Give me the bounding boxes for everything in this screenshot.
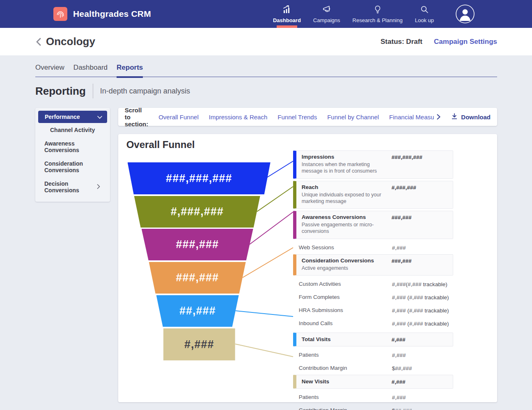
chevron-right-icon: [97, 184, 100, 190]
metric-row-custom-activities: Custom Activities#,###(#,### trackable): [293, 278, 453, 291]
app-title: Healthgrades CRM: [73, 9, 151, 19]
metric-card-impressions: ImpressionsInstances when the marketing …: [293, 150, 453, 179]
connector-line-awareness-conversions: [250, 212, 293, 244]
sidebar-item-consideration-conversions[interactable]: Consideration Conversions: [38, 157, 107, 177]
funnel-segment-impressions: ###,###,###: [128, 162, 271, 194]
scroll-to-section-bar: Scroll to section: Overall Funnel Impres…: [118, 108, 497, 126]
campaign-settings-link[interactable]: Campaign Settings: [434, 38, 497, 46]
nav-label: Campaigns: [313, 17, 340, 23]
download-button[interactable]: Download: [451, 113, 491, 121]
scroll-link-impressions-reach[interactable]: Impressions & Reach: [209, 114, 268, 121]
scroll-link-funnel-by-channel[interactable]: Funnel by Channel: [327, 114, 379, 121]
active-nav-indicator: [277, 25, 297, 28]
funnel-title: Overall Funnel: [126, 139, 195, 150]
metric-label: Patients: [299, 394, 392, 401]
metric-row-form-completes: Form Completes#,### (#,### trackable): [293, 291, 453, 304]
nav-item-dashboard[interactable]: Dashboard: [273, 0, 301, 28]
download-label: Download: [461, 114, 491, 121]
metric-value: #,###: [392, 394, 453, 401]
metric-card-text: ImpressionsInstances when the marketing …: [302, 154, 392, 175]
megaphone-icon: [321, 5, 332, 16]
funnel-segment-reach: #,###,###: [134, 196, 260, 228]
performance-dropdown[interactable]: Performance: [38, 111, 107, 123]
scroll-link-financial-measures[interactable]: Financial Measu: [389, 114, 434, 121]
metric-row-patients: Patients#,###: [293, 348, 453, 362]
sidebar-item-awareness-conversions[interactable]: Awareness Conversions: [38, 137, 107, 157]
metric-card-total-visits: Total Visits#,###: [293, 333, 453, 346]
tab-bar: Overview Dashboard Reports: [35, 59, 497, 77]
metric-label: Web Sessions: [299, 244, 392, 251]
metric-row-inbound-calls: Inbound Calls#,### (#,### trackable): [293, 317, 453, 330]
user-avatar[interactable]: [455, 4, 475, 24]
metric-value: ###,###: [392, 214, 449, 235]
metric-card-reach: ReachUnique individuals exposed to your …: [293, 181, 453, 209]
nav-item-look-up[interactable]: Look up: [415, 0, 434, 28]
metric-value: #,### (#,### trackable): [392, 294, 453, 301]
metric-value: #,###: [392, 336, 449, 343]
metric-card-text: Consideration ConversionsActive engageme…: [302, 257, 392, 271]
metric-row-contribution-margin: Contribution Margin$##,###: [293, 362, 453, 375]
sidebar-item-label: Consideration Conversions: [44, 160, 100, 173]
metric-description: Active engagements: [302, 265, 391, 271]
search-icon: [420, 5, 429, 16]
metric-label: Form Completes: [299, 294, 392, 301]
metric-card-new-visits: New Visits#,###: [293, 375, 453, 389]
metric-description: Unique individuals exposed to your marke…: [302, 191, 391, 205]
funnel-segment-awareness-conversions: ###,###: [142, 229, 253, 260]
tab-dashboard[interactable]: Dashboard: [73, 59, 108, 77]
sidebar-item-channel-activity[interactable]: Channel Activity: [38, 123, 107, 137]
tab-overview[interactable]: Overview: [35, 59, 64, 77]
metric-description: Instances when the marketing message is …: [302, 161, 391, 175]
metric-title: Impressions: [302, 154, 392, 160]
metric-label: Custom Activities: [299, 281, 392, 287]
nav-item-campaigns[interactable]: Campaigns: [313, 0, 340, 28]
metric-value: ###,###: [392, 257, 449, 271]
metric-title: Awareness Conversions: [302, 214, 392, 220]
metric-row-web-sessions: Web Sessions#,###: [293, 241, 453, 254]
metric-value: #,### (#,### trackable): [392, 320, 453, 327]
metric-value: #,###(#,### trackable): [392, 281, 453, 287]
report-main: Scroll to section: Overall Funnel Impres…: [118, 108, 497, 402]
page-body: Overview Dashboard Reports Reporting In-…: [0, 55, 532, 402]
back-chevron-icon[interactable]: [34, 36, 44, 47]
metric-description: Passive engagements or micro-conversions: [302, 221, 391, 235]
connector-line-new-visits: [235, 344, 293, 357]
scroll-to-section-label: Scroll to section:: [125, 107, 149, 128]
scroll-link-funnel-trends[interactable]: Funnel Trends: [277, 114, 317, 121]
nav-item-research-planning[interactable]: Research & Planning: [353, 0, 403, 28]
metric-label: HRA Submissions: [299, 307, 392, 314]
metric-label: Contribution Margin: [299, 407, 392, 410]
top-nav: Healthgrades CRM Dashboard: [0, 0, 532, 28]
metric-value: $##,###: [392, 365, 453, 371]
lightbulb-icon: [373, 5, 382, 16]
fingerprint-logo-icon: [53, 7, 67, 21]
metric-title: Reach: [302, 184, 392, 190]
chevron-right-icon[interactable]: [437, 114, 440, 120]
sidebar-item-label: Decision Conversions: [44, 180, 97, 194]
metric-row-hra-submissions: HRA Submissions#,### (#,### trackable): [293, 304, 453, 317]
scroll-link-overall-funnel[interactable]: Overall Funnel: [158, 114, 199, 121]
overall-funnel-card: Overall Funnel ###,###,####,###,######,#…: [118, 134, 497, 402]
brand: Healthgrades CRM: [53, 7, 151, 21]
sidebar-item-label: Channel Activity: [50, 127, 95, 133]
connector-line-total-visits: [236, 311, 293, 317]
funnel-metrics-list: ImpressionsInstances when the marketing …: [293, 150, 453, 410]
page-title: Oncology: [46, 35, 95, 48]
metric-value: #,### (#,### trackable): [392, 307, 453, 314]
campaign-header: Oncology Status: Draft Campaign Settings: [0, 28, 532, 55]
funnel-segment-new-visits: #,###: [163, 328, 235, 360]
funnel-segment-total-visits: ##,###: [156, 295, 239, 327]
nav-label: Look up: [415, 17, 434, 23]
metric-card-consideration-conversions: Consideration ConversionsActive engageme…: [293, 254, 453, 276]
report-nav-panel: Performance Channel Activity Awareness C…: [35, 108, 110, 202]
metric-value: #,###,###: [392, 184, 449, 205]
metric-row-patients: Patients#,###: [293, 391, 453, 404]
reporting-header: Reporting In-depth campaign analysis: [35, 84, 497, 98]
metric-label: Patients: [299, 352, 392, 358]
connector-line-consideration-conversions: [243, 248, 293, 278]
sidebar-item-decision-conversions[interactable]: Decision Conversions: [38, 177, 107, 197]
tab-reports[interactable]: Reports: [117, 59, 143, 77]
primary-nav: Dashboard Campaigns Research &: [273, 0, 434, 28]
metric-value: #,###: [392, 378, 449, 385]
dropdown-label: Performance: [45, 114, 80, 120]
